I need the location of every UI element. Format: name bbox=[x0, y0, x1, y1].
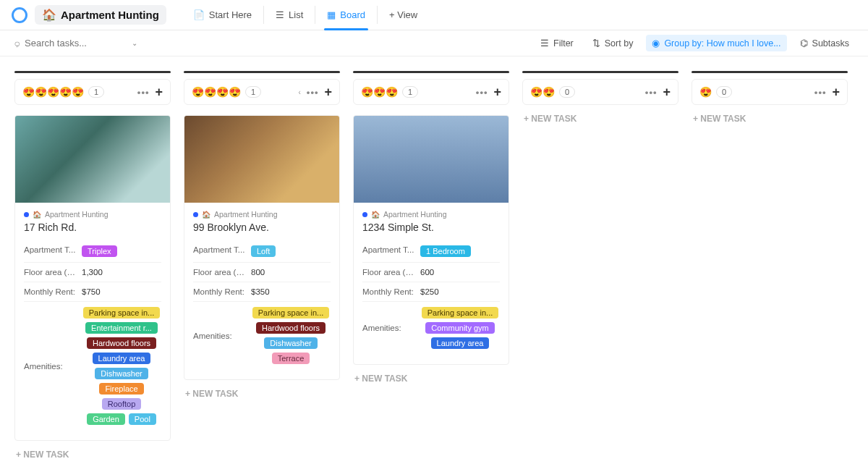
amenity-tag: Hardwood floors bbox=[87, 337, 156, 349]
column-count: 0 bbox=[559, 86, 575, 98]
filter-label: Filter bbox=[553, 38, 574, 48]
filter-button[interactable]: ☰ Filter bbox=[535, 35, 579, 51]
column-menu-icon[interactable]: ••• bbox=[814, 87, 827, 98]
collapse-icon[interactable]: ‹ bbox=[298, 88, 300, 96]
chevron-down-icon[interactable]: ⌄ bbox=[132, 39, 137, 47]
group-icon: ◉ bbox=[652, 38, 660, 48]
column-header[interactable]: 😍😍😍😍😍1•••+ bbox=[14, 79, 171, 105]
column-header[interactable]: 😍😍😍😍1‹•••+ bbox=[184, 79, 340, 105]
amenity-tag: Laundry area bbox=[431, 337, 490, 349]
add-card-button[interactable]: + bbox=[155, 85, 163, 98]
hearts-icon: 😍 bbox=[699, 86, 712, 98]
field-label-amenities: Amenities: bbox=[362, 324, 414, 332]
breadcrumb-label: Apartment Hunting bbox=[45, 210, 109, 219]
new-task-button[interactable]: + NEW TASK bbox=[14, 450, 171, 460]
house-icon: 🏠 bbox=[371, 211, 380, 219]
column-count: 1 bbox=[402, 86, 418, 98]
field-label-type: Apartment T... bbox=[24, 245, 76, 254]
new-task-button[interactable]: + NEW TASK bbox=[692, 114, 848, 124]
amenity-tag: Terrace bbox=[272, 353, 310, 364]
sortby-button[interactable]: ⇅ Sort by bbox=[587, 35, 639, 51]
new-task-button[interactable]: + NEW TASK bbox=[184, 389, 340, 399]
field-value-area: 1,300 bbox=[82, 268, 103, 277]
column-menu-icon[interactable]: ••• bbox=[476, 87, 488, 98]
breadcrumb-label: Apartment Hunting bbox=[214, 210, 278, 219]
amenity-tag: Parking space in... bbox=[422, 307, 499, 319]
new-task-button[interactable]: + NEW TASK bbox=[522, 114, 678, 124]
view-switcher: 📄 Start Here ☰ List ▦ Board + View bbox=[183, 0, 427, 30]
task-card[interactable]: 🏠Apartment Hunting1234 Simple St.Apartme… bbox=[353, 115, 509, 365]
view-list[interactable]: ☰ List bbox=[265, 0, 313, 30]
column-header[interactable]: 😍0•••+ bbox=[692, 79, 848, 105]
field-label-amenities: Amenities: bbox=[24, 362, 76, 371]
house-icon: 🏠 bbox=[33, 211, 41, 219]
new-task-button[interactable]: + NEW TASK bbox=[353, 374, 509, 384]
card-title: 99 Brooklyn Ave. bbox=[193, 222, 331, 233]
breadcrumb: 🏠Apartment Hunting bbox=[24, 210, 161, 219]
column-menu-icon[interactable]: ••• bbox=[307, 87, 319, 98]
amenity-tag: Community gym bbox=[425, 322, 494, 334]
add-card-button[interactable]: + bbox=[493, 85, 501, 98]
amenity-tag: Dishwasher bbox=[264, 337, 317, 349]
field-label-area: Floor area (s... bbox=[24, 268, 76, 277]
add-card-button[interactable]: + bbox=[663, 85, 671, 98]
amenity-tag: Garden bbox=[87, 413, 125, 425]
amenity-tag: Parking space in... bbox=[252, 307, 330, 319]
card-title: 17 Rich Rd. bbox=[24, 222, 161, 233]
column-header[interactable]: 😍😍😍1•••+ bbox=[353, 79, 509, 105]
house-icon: 🏠 bbox=[42, 8, 56, 22]
column-count: 1 bbox=[245, 86, 261, 98]
status-dot-icon bbox=[362, 212, 367, 217]
task-card[interactable]: 🏠Apartment Hunting17 Rich Rd.Apartment T… bbox=[14, 115, 171, 441]
board-column: 😍😍😍1•••+🏠Apartment Hunting1234 Simple St… bbox=[353, 71, 509, 460]
field-label-area: Floor area (s... bbox=[362, 268, 414, 277]
sort-icon: ⇅ bbox=[592, 38, 600, 48]
sortby-label: Sort by bbox=[605, 38, 634, 48]
column-menu-icon[interactable]: ••• bbox=[137, 87, 150, 98]
field-label-rent: Monthly Rent: bbox=[193, 287, 245, 296]
breadcrumb: 🏠Apartment Hunting bbox=[362, 210, 500, 219]
breadcrumb: 🏠Apartment Hunting bbox=[193, 210, 331, 219]
doc-icon: 📄 bbox=[193, 9, 205, 20]
subtasks-button[interactable]: ⌬ Subtasks bbox=[794, 35, 855, 51]
card-body: 🏠Apartment Hunting1234 Simple St.Apartme… bbox=[354, 203, 509, 364]
field-value-area: 600 bbox=[420, 268, 434, 277]
field-value-area: 800 bbox=[251, 268, 265, 277]
hearts-icon: 😍😍😍 bbox=[361, 86, 398, 98]
amenities-tags: Parking space in...Entertainment r...Har… bbox=[82, 307, 161, 425]
page-title-badge[interactable]: 🏠 Apartment Hunting bbox=[35, 5, 166, 25]
field-label-area: Floor area (s... bbox=[193, 268, 245, 277]
page-title: Apartment Hunting bbox=[61, 9, 159, 21]
amenity-tag: Pool bbox=[129, 413, 156, 425]
search-input[interactable] bbox=[25, 38, 126, 48]
amenity-tag: Dishwasher bbox=[95, 368, 148, 379]
add-card-button[interactable]: + bbox=[832, 85, 840, 98]
field-value-rent: $250 bbox=[420, 287, 439, 296]
field-label-rent: Monthly Rent: bbox=[362, 287, 414, 296]
board-column: 😍0•••++ NEW TASK bbox=[692, 71, 848, 460]
type-pill: Loft bbox=[251, 245, 276, 257]
status-dot-icon bbox=[24, 212, 29, 217]
column-menu-icon[interactable]: ••• bbox=[645, 87, 658, 98]
search-wrap[interactable]: ⌕ ⌄ bbox=[13, 38, 137, 49]
column-header[interactable]: 😍😍0•••+ bbox=[522, 79, 678, 105]
view-board[interactable]: ▦ Board bbox=[317, 0, 375, 30]
add-card-button[interactable]: + bbox=[324, 85, 332, 98]
card-title: 1234 Simple St. bbox=[362, 222, 500, 233]
column-count: 1 bbox=[88, 86, 104, 98]
amenity-tag: Parking space in... bbox=[83, 307, 161, 319]
hearts-icon: 😍😍😍😍 bbox=[192, 86, 241, 98]
groupby-button[interactable]: ◉ Group by: How much I love... bbox=[646, 35, 786, 51]
hearts-icon: 😍😍😍😍😍 bbox=[22, 86, 84, 98]
board-column: 😍😍0•••++ NEW TASK bbox=[522, 71, 678, 460]
amenities-tags: Parking space in...Hardwood floorsDishwa… bbox=[251, 307, 331, 364]
subtasks-label: Subtasks bbox=[812, 38, 849, 48]
task-card[interactable]: 🏠Apartment Hunting99 Brooklyn Ave.Apartm… bbox=[184, 115, 340, 380]
add-view[interactable]: + View bbox=[379, 0, 427, 30]
board-icon: ▦ bbox=[327, 9, 336, 20]
amenity-tag: Fireplace bbox=[99, 383, 143, 395]
subtasks-icon: ⌬ bbox=[800, 38, 808, 48]
breadcrumb-label: Apartment Hunting bbox=[383, 210, 447, 219]
field-label-type: Apartment T... bbox=[193, 245, 245, 254]
view-start-here[interactable]: 📄 Start Here bbox=[183, 0, 262, 30]
